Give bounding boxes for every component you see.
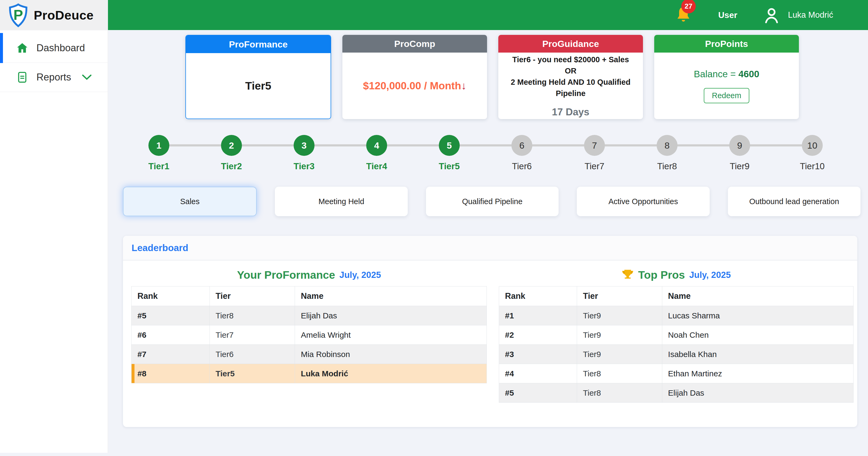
- points-balance: Balance = 4600: [694, 69, 759, 79]
- brand-name: ProDeuce: [34, 8, 93, 23]
- person-icon: [763, 6, 780, 24]
- table-row: #2 Tier9 Noah Chen: [499, 325, 854, 345]
- home-icon: [16, 42, 28, 54]
- down-arrow-icon: ↓: [461, 80, 466, 91]
- cell-name: Lucas Sharma: [662, 306, 853, 325]
- step-circle: 7: [584, 135, 605, 156]
- trophy-icon: [622, 269, 634, 281]
- cell-tier: Tier6: [210, 345, 295, 364]
- cell-rank: #4: [499, 364, 577, 383]
- table-row: #1 Tier9 Lucas Sharma: [499, 306, 854, 325]
- table-header-row: Rank Tier Name: [131, 286, 487, 306]
- procomp-amount: $120,000.00 / Month: [363, 80, 461, 91]
- step-label: Tier5: [439, 161, 460, 171]
- shield-logo-icon: P: [8, 3, 28, 27]
- user-avatar[interactable]: [763, 6, 780, 24]
- sidebar-item-label: Dashboard: [36, 42, 85, 54]
- cell-rank: #3: [499, 345, 577, 364]
- stepper-step-3: 3 Tier3: [293, 135, 314, 178]
- stepper-step-10: 10 Tier10: [802, 135, 823, 178]
- sidebar-item-dashboard[interactable]: Dashboard: [0, 33, 108, 63]
- chevron-down-icon: [82, 74, 92, 80]
- user-name[interactable]: Luka Modrić: [788, 10, 833, 20]
- step-circle: 3: [293, 135, 314, 156]
- guidance-line-2: OR: [565, 65, 577, 77]
- step-circle: 1: [148, 135, 169, 156]
- tab-qualified-pipeline[interactable]: Qualified Pipeline: [426, 187, 559, 216]
- card-propoints: ProPoints Balance = 4600 Redeem: [654, 35, 799, 119]
- topbar-right: 27 User Luka Modrić: [675, 0, 868, 30]
- cell-tier: Tier7: [210, 325, 295, 345]
- tab-meeting-held[interactable]: Meeting Held: [275, 187, 407, 216]
- stepper-step-9: 9 Tier9: [729, 135, 750, 178]
- tier-stepper: 1 Tier1 2 Tier2 3 Tier3 4 Tier4 5 Tier5 …: [148, 135, 823, 178]
- step-circle: 10: [802, 135, 823, 156]
- cell-rank: #6: [131, 325, 210, 345]
- cell-name: Mia Robinson: [295, 345, 487, 364]
- step-circle: 4: [366, 135, 387, 156]
- tab-outbound-lead-generation[interactable]: Outbound lead generation: [728, 187, 861, 216]
- step-label: Tier10: [800, 161, 825, 171]
- step-label: Tier6: [512, 161, 532, 171]
- table-row: #3 Tier9 Isabella Khan: [499, 345, 854, 364]
- step-label: Tier1: [148, 161, 169, 171]
- tab-active-opportunities[interactable]: Active Opportunities: [577, 187, 709, 216]
- cell-name: Luka Modrić: [295, 364, 487, 383]
- notification-badge: 27: [681, 0, 696, 13]
- card-procomp: ProComp $120,000.00 / Month↓: [342, 35, 487, 119]
- leaderboard-card: Leaderboard Your ProFormance July, 2025 …: [123, 236, 857, 427]
- table-header-row: Rank Tier Name: [499, 286, 854, 306]
- step-label: Tier9: [730, 161, 750, 171]
- cell-name: Elijah Das: [295, 306, 487, 325]
- cell-tier: Tier8: [210, 306, 295, 325]
- top-pros-title: Top Pros July, 2025: [499, 267, 854, 282]
- table-row: #5 Tier8 Elijah Das: [131, 306, 487, 325]
- sidebar-item-label: Reports: [36, 72, 71, 83]
- cell-tier: Tier9: [577, 345, 662, 364]
- cell-tier: Tier9: [577, 306, 662, 325]
- step-circle: 9: [729, 135, 750, 156]
- brand-logo[interactable]: P ProDeuce: [0, 0, 108, 30]
- cell-name: Ethan Martinez: [662, 364, 853, 383]
- stepper-step-5: 5 Tier5: [439, 135, 460, 178]
- sidebar-item-reports[interactable]: Reports: [0, 63, 108, 92]
- cell-name: Isabella Khan: [662, 345, 853, 364]
- table-period: July, 2025: [689, 270, 731, 280]
- table-row-current-user: #8 Tier5 Luka Modrić: [131, 364, 487, 383]
- card-title: ProGuidance: [498, 35, 643, 53]
- cell-rank: #5: [499, 383, 577, 403]
- step-label: Tier3: [293, 161, 314, 171]
- notifications-button[interactable]: 27: [675, 6, 691, 24]
- top-bar: P ProDeuce 27 User Luka Modrić: [0, 0, 868, 30]
- step-circle: 2: [221, 135, 242, 156]
- cell-tier: Tier5: [210, 364, 295, 383]
- card-proguidance: ProGuidance Tier6 - you need $20000 + Sa…: [498, 35, 643, 119]
- col-tier: Tier: [577, 286, 662, 306]
- your-proformance-table: Your ProFormance July, 2025 Rank Tier Na…: [131, 267, 487, 383]
- step-label: Tier7: [585, 161, 604, 171]
- balance-value: 4600: [738, 69, 759, 79]
- table-row: #4 Tier8 Ethan Martinez: [499, 364, 854, 383]
- your-proformance-title: Your ProFormance July, 2025: [131, 267, 487, 282]
- guidance-line-3: 2 Meeting Held AND 10 Qualified Pipeline: [498, 77, 643, 99]
- cell-tier: Tier8: [577, 383, 662, 403]
- card-title: ProFormance: [186, 35, 331, 53]
- step-label: Tier8: [657, 161, 677, 171]
- cell-tier: Tier8: [577, 364, 662, 383]
- cell-rank: #5: [131, 306, 210, 325]
- balance-label: Balance =: [694, 69, 736, 79]
- card-title: ProPoints: [654, 35, 799, 53]
- card-title: ProComp: [342, 35, 487, 53]
- redeem-button[interactable]: Redeem: [704, 88, 749, 103]
- stepper-step-8: 8 Tier8: [657, 135, 678, 178]
- procomp-value: $120,000.00 / Month↓: [363, 80, 466, 92]
- summary-cards: ProFormance Tier5 ProComp $120,000.00 / …: [185, 35, 799, 119]
- step-circle: 8: [657, 135, 678, 156]
- cell-rank: #2: [499, 325, 577, 345]
- user-menu-label[interactable]: User: [718, 10, 737, 20]
- step-label: Tier2: [221, 161, 242, 171]
- stepper-step-4: 4 Tier4: [366, 135, 387, 178]
- tab-sales[interactable]: Sales: [123, 187, 257, 216]
- leaderboard-title: Leaderboard: [123, 236, 857, 260]
- card-proformance: ProFormance Tier5: [185, 35, 331, 119]
